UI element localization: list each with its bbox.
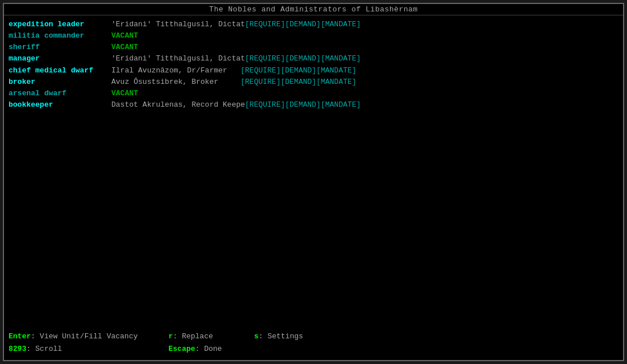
role-value: Avuz Ôsustsibrek, Broker [REQUIRE][DEMAN… — [111, 76, 356, 88]
pgupdn-key[interactable]: 8293 — [9, 345, 26, 353]
role-name: arsenal dwarf — [9, 88, 111, 99]
role-row[interactable]: manager 'Eridani' Titthalgusil, Dictat[R… — [9, 53, 618, 64]
footer: Enter: View Unit/Fill Vacancy r: Replace… — [9, 328, 618, 357]
main-window: The Nobles and Administrators of Libashè… — [3, 3, 624, 361]
tag-require: [REQUIRE] — [240, 66, 280, 75]
tag-demand: [DEMAND] — [285, 54, 320, 63]
r-action: : Replace — [173, 332, 213, 341]
role-name: militia commander — [9, 30, 111, 42]
role-value: 'Eridani' Titthalgusil, Dictat[REQUIRE][… — [111, 19, 361, 30]
role-name: manager — [9, 53, 111, 64]
footer-s: s: Settings — [254, 330, 340, 343]
footer-row-2: 8293: Scroll Escape: Done — [9, 343, 618, 355]
tag-demand: [DEMAND] — [280, 66, 316, 75]
s-action: : Settings — [259, 332, 303, 341]
tag-demand: [DEMAND] — [285, 20, 320, 29]
pgupdn-action: : Scroll — [26, 345, 62, 353]
role-row[interactable]: militia commander VACANT — [9, 30, 618, 42]
tag-require: [REQUIRE] — [245, 20, 285, 29]
role-value: VACANT — [111, 42, 138, 53]
role-value: 'Eridani' Titthalgusil, Dictat[REQUIRE][… — [111, 53, 361, 64]
tag-demand: [DEMAND] — [285, 100, 320, 109]
role-name: expedition leader — [9, 19, 111, 30]
tag-mandate: [MANDATE] — [316, 66, 356, 75]
roles-table: expedition leader 'Eridani' Titthalgusil… — [9, 19, 618, 322]
tag-require: [REQUIRE] — [240, 78, 280, 86]
role-row[interactable]: arsenal dwarf VACANT — [9, 88, 618, 99]
r-key[interactable]: r — [168, 332, 173, 341]
content-area: expedition leader 'Eridani' Titthalgusil… — [4, 15, 623, 360]
role-row[interactable]: expedition leader 'Eridani' Titthalgusil… — [9, 19, 618, 30]
enter-key[interactable]: Enter — [9, 332, 31, 341]
tag-mandate: [MANDATE] — [321, 100, 361, 109]
title-bar: The Nobles and Administrators of Libashè… — [4, 4, 623, 15]
role-name: bookkeeper — [9, 99, 111, 111]
role-value: Dastot Akrulenas, Record Keepe[REQUIRE][… — [111, 99, 361, 111]
tag-require: [REQUIRE] — [245, 54, 285, 63]
tag-demand: [DEMAND] — [280, 78, 316, 86]
role-row[interactable]: chief medical dwarf Ilral Avuznâzom, Dr/… — [9, 65, 618, 76]
role-row[interactable]: bookkeeper Dastot Akrulenas, Record Keep… — [9, 99, 618, 111]
role-name: chief medical dwarf — [9, 65, 111, 76]
escape-key[interactable]: Escape — [168, 345, 195, 353]
escape-action: : Done — [195, 345, 222, 353]
footer-pgupdn: 8293: Scroll — [9, 343, 168, 355]
role-row[interactable]: broker Avuz Ôsustsibrek, Broker [REQUIRE… — [9, 76, 618, 88]
tag-mandate: [MANDATE] — [321, 20, 361, 29]
role-row[interactable]: sheriff VACANT — [9, 42, 618, 53]
role-value: VACANT — [111, 88, 138, 99]
enter-action: : View Unit/Fill Vacancy — [31, 332, 138, 341]
tag-require: [REQUIRE] — [245, 100, 285, 109]
role-value: VACANT — [111, 30, 138, 42]
footer-row-1: Enter: View Unit/Fill Vacancy r: Replace… — [9, 330, 618, 343]
footer-enter: Enter: View Unit/Fill Vacancy — [9, 330, 168, 343]
s-key[interactable]: s — [254, 332, 259, 341]
tag-mandate: [MANDATE] — [316, 78, 356, 86]
footer-r: r: Replace — [168, 330, 254, 343]
role-name: broker — [9, 76, 111, 88]
title-text: The Nobles and Administrators of Libashè… — [209, 5, 417, 14]
tag-mandate: [MANDATE] — [321, 54, 361, 63]
role-name: sheriff — [9, 42, 111, 53]
role-value: Ilral Avuznâzom, Dr/Farmer [REQUIRE][DEM… — [111, 65, 356, 76]
footer-escape: Escape: Done — [168, 343, 254, 355]
